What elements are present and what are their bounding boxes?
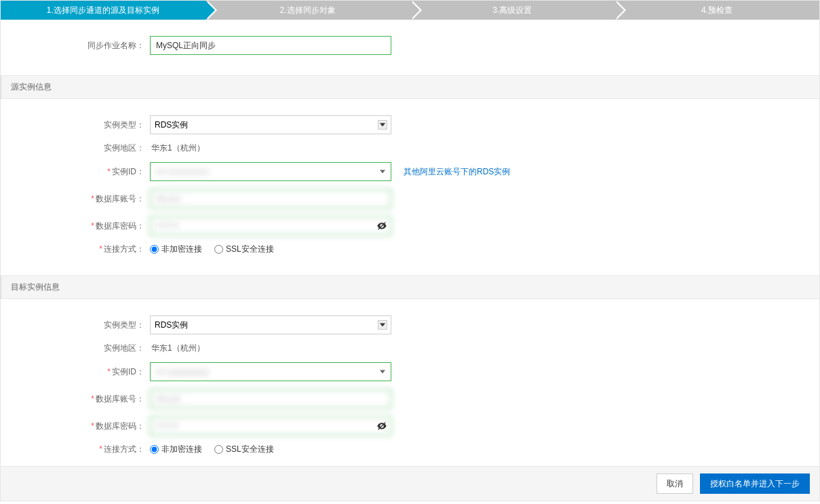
step-3[interactable]: 3.高级设置 (410, 1, 615, 20)
source-region-value: 华东1（杭州） (150, 142, 205, 154)
step-arrow-icon (410, 1, 420, 20)
toggle-password-visibility-icon[interactable] (372, 416, 391, 435)
source-section-header: 源实例信息 (1, 75, 819, 99)
source-conn-ssl-radio[interactable]: SSL安全连接 (214, 244, 274, 255)
target-db-pass-label: *数据库密码： (1, 421, 150, 432)
source-instance-type-select-el[interactable]: RDS实例 (150, 115, 391, 134)
target-instance-type-label: 实例类型： (1, 319, 150, 331)
target-conn-ssl-radio[interactable]: SSL安全连接 (214, 444, 274, 455)
target-db-pass-input[interactable] (150, 416, 391, 435)
source-db-user-input[interactable] (150, 189, 391, 208)
target-conn-plain-radio[interactable]: 非加密连接 (150, 444, 202, 455)
target-instance-type-select-el[interactable]: RDS实例 (150, 315, 391, 334)
toggle-password-visibility-icon[interactable] (372, 216, 391, 235)
step-1[interactable]: 1.选择同步通道的源及目标实例 (1, 1, 206, 20)
combo-caret-icon (380, 170, 385, 174)
page-container: 1.选择同步通道的源及目标实例 2.选择同步对象 3.高级设置 4.预检查 同步… (0, 0, 820, 501)
target-section: 目标实例信息 实例类型： RDS实例 实例地区： (1, 275, 819, 466)
source-db-pass-label: *数据库密码： (1, 220, 150, 232)
source-section: 源实例信息 实例类型： RDS实例 实例地区： (1, 75, 819, 266)
job-name-label: 同步作业名称： (1, 40, 150, 52)
footer-bar: 取消 授权白名单并进入下一步 (1, 466, 819, 501)
target-instance-id-label: *实例ID： (1, 366, 150, 378)
cancel-button[interactable]: 取消 (657, 473, 693, 494)
source-db-pass-row: *数据库密码： (1, 212, 819, 239)
source-conn-plain-radio[interactable]: 非加密连接 (150, 244, 202, 255)
target-db-user-row: *数据库账号： (1, 385, 819, 412)
target-instance-id-value: rm-yyyyyyyyyy (156, 367, 209, 376)
source-instance-type-label: 实例类型： (1, 119, 150, 131)
step-1-label: 1.选择同步通道的源及目标实例 (47, 5, 159, 16)
target-region-row: 实例地区： 华东1（杭州） (1, 338, 819, 358)
source-instance-id-label: *实例ID： (1, 166, 150, 178)
step-arrow-icon (206, 1, 215, 20)
source-instance-id-row: *实例ID： rm-xxxxxxxxxx 其他阿里云账号下的RDS实例 (1, 158, 819, 185)
source-region-label: 实例地区： (1, 142, 150, 154)
target-section-header: 目标实例信息 (1, 275, 819, 299)
target-instance-id-combo[interactable]: rm-yyyyyyyyyy (150, 362, 391, 381)
next-button[interactable]: 授权白名单并进入下一步 (700, 473, 810, 494)
source-region-row: 实例地区： 华东1（杭州） (1, 138, 819, 158)
step-3-label: 3.高级设置 (492, 5, 532, 16)
target-instance-type-select[interactable]: RDS实例 (150, 315, 391, 334)
source-conn-type-row: *连接方式： 非加密连接 SSL安全连接 (1, 239, 819, 259)
step-bar: 1.选择同步通道的源及目标实例 2.选择同步对象 3.高级设置 4.预检查 (1, 1, 819, 20)
source-instance-type-row: 实例类型： RDS实例 (1, 111, 819, 138)
target-region-label: 实例地区： (1, 343, 150, 354)
source-instance-id-value: rm-xxxxxxxxxx (156, 167, 209, 176)
step-4[interactable]: 4.预检查 (614, 1, 819, 20)
source-db-user-label: *数据库账号： (1, 193, 150, 205)
target-instance-type-row: 实例类型： RDS实例 (1, 311, 819, 338)
job-name-block: 同步作业名称： (1, 20, 819, 66)
source-db-pass-input[interactable] (150, 216, 391, 235)
job-name-row: 同步作业名称： (1, 32, 819, 59)
target-instance-id-row: *实例ID： rm-yyyyyyyyyy (1, 358, 819, 385)
target-region-value: 华东1（杭州） (150, 343, 205, 354)
target-db-user-input[interactable] (150, 389, 391, 408)
job-name-input[interactable] (150, 36, 391, 55)
target-db-user-label: *数据库账号： (1, 393, 150, 405)
other-account-link[interactable]: 其他阿里云账号下的RDS实例 (404, 166, 510, 178)
step-2[interactable]: 2.选择同步对象 (206, 1, 410, 20)
step-arrow-icon (614, 1, 624, 20)
step-2-label: 2.选择同步对象 (280, 5, 336, 16)
source-instance-type-select[interactable]: RDS实例 (150, 115, 391, 134)
target-db-pass-row: *数据库密码： (1, 412, 819, 440)
target-conn-type-row: *连接方式： 非加密连接 SSL安全连接 (1, 440, 819, 459)
combo-caret-icon (380, 370, 385, 374)
source-instance-id-combo[interactable]: rm-xxxxxxxxxx (150, 162, 391, 181)
step-4-label: 4.预检查 (701, 5, 733, 16)
source-conn-type-label: *连接方式： (1, 244, 150, 255)
target-conn-type-label: *连接方式： (1, 444, 150, 455)
source-db-user-row: *数据库账号： (1, 185, 819, 212)
